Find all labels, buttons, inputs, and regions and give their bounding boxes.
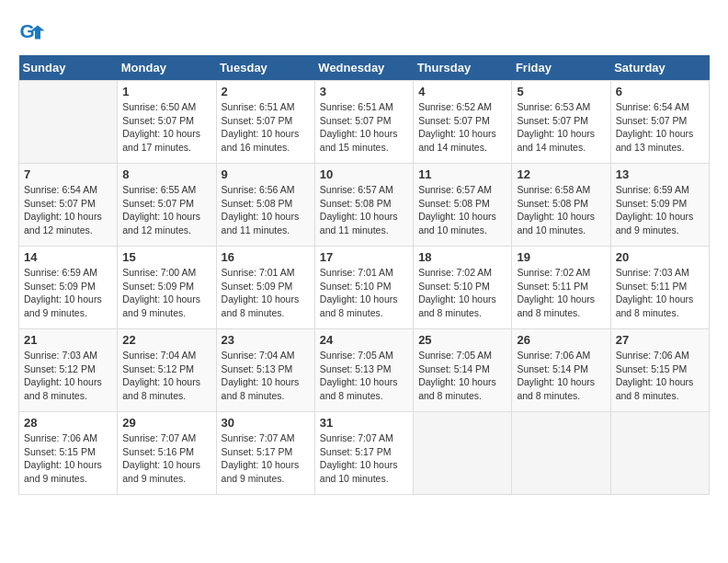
day-info: Sunrise: 7:03 AM Sunset: 5:12 PM Dayligh…	[24, 349, 112, 403]
calendar-cell: 24Sunrise: 7:05 AM Sunset: 5:13 PM Dayli…	[314, 329, 413, 412]
logo-icon: G	[18, 18, 46, 46]
calendar-cell: 14Sunrise: 6:59 AM Sunset: 5:09 PM Dayli…	[19, 247, 118, 329]
calendar-cell: 28Sunrise: 7:06 AM Sunset: 5:15 PM Dayli…	[19, 412, 118, 495]
calendar-cell: 8Sunrise: 6:55 AM Sunset: 5:07 PM Daylig…	[118, 164, 216, 247]
day-info: Sunrise: 7:01 AM Sunset: 5:10 PM Dayligh…	[320, 266, 408, 320]
calendar-cell: 12Sunrise: 6:58 AM Sunset: 5:08 PM Dayli…	[512, 164, 610, 247]
header-cell-sunday: Sunday	[19, 55, 118, 81]
day-info: Sunrise: 6:58 AM Sunset: 5:08 PM Dayligh…	[517, 183, 605, 237]
calendar-cell: 15Sunrise: 7:00 AM Sunset: 5:09 PM Dayli…	[118, 247, 216, 329]
header-cell-friday: Friday	[512, 55, 610, 81]
calendar-cell: 2Sunrise: 6:51 AM Sunset: 5:07 PM Daylig…	[216, 81, 314, 164]
calendar-cell: 1Sunrise: 6:50 AM Sunset: 5:07 PM Daylig…	[118, 81, 216, 164]
day-number: 8	[122, 167, 210, 181]
day-number: 9	[222, 167, 310, 181]
day-number: 3	[320, 85, 408, 98]
calendar-cell: 21Sunrise: 7:03 AM Sunset: 5:12 PM Dayli…	[19, 329, 118, 412]
calendar-cell	[512, 412, 610, 495]
calendar-week-5: 28Sunrise: 7:06 AM Sunset: 5:15 PM Dayli…	[19, 412, 710, 495]
day-number: 19	[517, 250, 605, 264]
day-number: 5	[517, 85, 605, 98]
calendar-cell: 7Sunrise: 6:54 AM Sunset: 5:07 PM Daylig…	[19, 164, 118, 247]
calendar-week-1: 1Sunrise: 6:50 AM Sunset: 5:07 PM Daylig…	[19, 81, 710, 164]
day-number: 24	[320, 333, 408, 347]
calendar-cell: 11Sunrise: 6:57 AM Sunset: 5:08 PM Dayli…	[414, 164, 512, 247]
day-number: 10	[320, 167, 408, 181]
day-number: 15	[122, 250, 210, 264]
day-info: Sunrise: 6:57 AM Sunset: 5:08 PM Dayligh…	[320, 183, 408, 237]
calendar-week-2: 7Sunrise: 6:54 AM Sunset: 5:07 PM Daylig…	[19, 164, 710, 247]
day-number: 26	[517, 333, 605, 347]
day-info: Sunrise: 6:54 AM Sunset: 5:07 PM Dayligh…	[24, 183, 112, 237]
calendar-cell: 31Sunrise: 7:07 AM Sunset: 5:17 PM Dayli…	[314, 412, 413, 495]
day-number: 1	[122, 85, 210, 98]
day-number: 27	[616, 333, 704, 347]
calendar-cell: 30Sunrise: 7:07 AM Sunset: 5:17 PM Dayli…	[216, 412, 314, 495]
day-number: 25	[418, 333, 506, 347]
day-info: Sunrise: 6:52 AM Sunset: 5:07 PM Dayligh…	[418, 100, 506, 155]
calendar-week-4: 21Sunrise: 7:03 AM Sunset: 5:12 PM Dayli…	[19, 329, 710, 412]
day-number: 30	[222, 416, 310, 430]
day-number: 11	[418, 167, 506, 181]
logo: G	[18, 18, 50, 46]
day-number: 12	[517, 167, 605, 181]
calendar-cell: 9Sunrise: 6:56 AM Sunset: 5:08 PM Daylig…	[216, 164, 314, 247]
calendar-cell: 16Sunrise: 7:01 AM Sunset: 5:09 PM Dayli…	[216, 247, 314, 329]
calendar-cell: 26Sunrise: 7:06 AM Sunset: 5:14 PM Dayli…	[512, 329, 610, 412]
day-info: Sunrise: 7:06 AM Sunset: 5:14 PM Dayligh…	[517, 349, 605, 403]
day-number: 22	[122, 333, 210, 347]
day-info: Sunrise: 6:51 AM Sunset: 5:07 PM Dayligh…	[222, 100, 310, 155]
calendar-table: SundayMondayTuesdayWednesdayThursdayFrid…	[18, 55, 710, 495]
day-info: Sunrise: 7:04 AM Sunset: 5:12 PM Dayligh…	[122, 349, 210, 403]
calendar-cell: 13Sunrise: 6:59 AM Sunset: 5:09 PM Dayli…	[610, 164, 709, 247]
day-number: 13	[616, 167, 704, 181]
day-number: 17	[320, 250, 408, 264]
day-number: 20	[616, 250, 704, 264]
day-info: Sunrise: 7:03 AM Sunset: 5:11 PM Dayligh…	[616, 266, 704, 320]
calendar-cell: 18Sunrise: 7:02 AM Sunset: 5:10 PM Dayli…	[414, 247, 512, 329]
day-info: Sunrise: 7:06 AM Sunset: 5:15 PM Dayligh…	[24, 431, 112, 486]
day-info: Sunrise: 6:57 AM Sunset: 5:08 PM Dayligh…	[418, 183, 506, 237]
calendar-cell: 29Sunrise: 7:07 AM Sunset: 5:16 PM Dayli…	[118, 412, 216, 495]
calendar-cell: 3Sunrise: 6:51 AM Sunset: 5:07 PM Daylig…	[314, 81, 413, 164]
header-cell-wednesday: Wednesday	[314, 55, 413, 81]
page-header: G	[18, 18, 710, 46]
day-number: 28	[24, 416, 112, 430]
day-info: Sunrise: 6:51 AM Sunset: 5:07 PM Dayligh…	[320, 100, 408, 155]
header-cell-thursday: Thursday	[414, 55, 512, 81]
day-info: Sunrise: 6:50 AM Sunset: 5:07 PM Dayligh…	[122, 100, 210, 155]
day-info: Sunrise: 7:05 AM Sunset: 5:13 PM Dayligh…	[320, 349, 408, 403]
day-info: Sunrise: 7:06 AM Sunset: 5:15 PM Dayligh…	[616, 349, 704, 403]
day-info: Sunrise: 7:07 AM Sunset: 5:16 PM Dayligh…	[122, 431, 210, 486]
day-info: Sunrise: 6:59 AM Sunset: 5:09 PM Dayligh…	[616, 183, 704, 237]
day-number: 29	[122, 416, 210, 430]
calendar-cell	[610, 412, 709, 495]
calendar-cell: 6Sunrise: 6:54 AM Sunset: 5:07 PM Daylig…	[610, 81, 709, 164]
calendar-cell: 22Sunrise: 7:04 AM Sunset: 5:12 PM Dayli…	[118, 329, 216, 412]
header-cell-tuesday: Tuesday	[216, 55, 314, 81]
calendar-cell	[19, 81, 118, 164]
day-info: Sunrise: 6:54 AM Sunset: 5:07 PM Dayligh…	[616, 100, 704, 155]
day-info: Sunrise: 6:53 AM Sunset: 5:07 PM Dayligh…	[517, 100, 605, 155]
day-info: Sunrise: 6:55 AM Sunset: 5:07 PM Dayligh…	[122, 183, 210, 237]
calendar-cell: 27Sunrise: 7:06 AM Sunset: 5:15 PM Dayli…	[610, 329, 709, 412]
day-info: Sunrise: 6:56 AM Sunset: 5:08 PM Dayligh…	[222, 183, 310, 237]
day-number: 31	[320, 416, 408, 430]
calendar-header-row: SundayMondayTuesdayWednesdayThursdayFrid…	[19, 55, 710, 81]
day-info: Sunrise: 7:02 AM Sunset: 5:11 PM Dayligh…	[517, 266, 605, 320]
day-number: 16	[222, 250, 310, 264]
calendar-cell: 20Sunrise: 7:03 AM Sunset: 5:11 PM Dayli…	[610, 247, 709, 329]
calendar-cell: 25Sunrise: 7:05 AM Sunset: 5:14 PM Dayli…	[414, 329, 512, 412]
header-cell-monday: Monday	[118, 55, 216, 81]
day-number: 4	[418, 85, 506, 98]
day-info: Sunrise: 7:05 AM Sunset: 5:14 PM Dayligh…	[418, 349, 506, 403]
day-info: Sunrise: 7:01 AM Sunset: 5:09 PM Dayligh…	[222, 266, 310, 320]
calendar-cell: 4Sunrise: 6:52 AM Sunset: 5:07 PM Daylig…	[414, 81, 512, 164]
day-info: Sunrise: 7:04 AM Sunset: 5:13 PM Dayligh…	[222, 349, 310, 403]
day-number: 6	[616, 85, 704, 98]
day-info: Sunrise: 7:00 AM Sunset: 5:09 PM Dayligh…	[122, 266, 210, 320]
day-info: Sunrise: 7:02 AM Sunset: 5:10 PM Dayligh…	[418, 266, 506, 320]
calendar-cell: 19Sunrise: 7:02 AM Sunset: 5:11 PM Dayli…	[512, 247, 610, 329]
day-info: Sunrise: 6:59 AM Sunset: 5:09 PM Dayligh…	[24, 266, 112, 320]
day-number: 18	[418, 250, 506, 264]
